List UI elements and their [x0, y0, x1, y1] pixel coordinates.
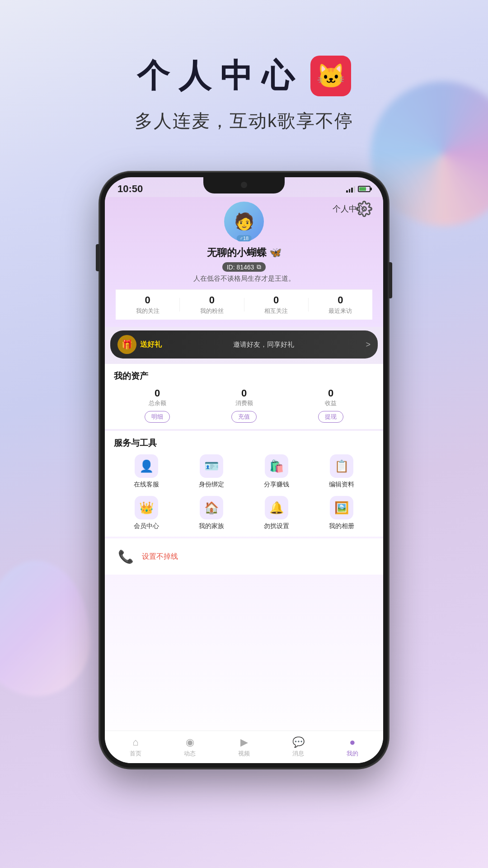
- user-id-badge: ID: 81463 ⧉: [222, 262, 266, 272]
- service-album[interactable]: 🖼️ 我的相册: [309, 496, 374, 530]
- service-identity-icon: 🪪: [200, 454, 223, 478]
- service-edit-profile[interactable]: 📋 编辑资料: [309, 454, 374, 489]
- app-logo: 🐱: [310, 56, 351, 96]
- bg-blob-left: [0, 561, 90, 696]
- service-edit-profile-icon: 📋: [330, 454, 353, 478]
- asset-recharge-btn[interactable]: 充值: [231, 411, 257, 423]
- invite-gift-icon: 🎁: [117, 335, 136, 354]
- assets-title: 我的资产: [114, 370, 374, 382]
- services-section: 服务与工具 👤 在线客服 🪪 身份绑定 🛍️ 分享赚钱: [105, 431, 383, 537]
- copy-icon[interactable]: ⧉: [257, 263, 261, 271]
- status-time: 10:50: [117, 183, 143, 195]
- asset-withdraw-btn[interactable]: 提现: [318, 411, 343, 423]
- service-identity[interactable]: 🪪 身份绑定: [179, 454, 244, 489]
- service-customer[interactable]: 👤 在线客服: [114, 454, 179, 489]
- invite-banner[interactable]: 🎁 送好礼 邀请好友，同享好礼 >: [110, 330, 378, 359]
- nav-dynamic-icon: ◉: [186, 736, 194, 748]
- service-dnd[interactable]: 🔔 勿扰设置: [244, 496, 309, 530]
- nav-mine[interactable]: ● 我的: [325, 736, 380, 758]
- stat-fans[interactable]: 0 我的粉丝: [180, 294, 244, 315]
- asset-total: 0 总余额 明细: [145, 387, 170, 423]
- stat-mutual[interactable]: 0 相互关注: [244, 294, 308, 315]
- service-dnd-icon: 🔔: [265, 496, 288, 519]
- page-subtitle: 多人连麦，互动k歌享不停: [0, 108, 488, 133]
- phone-frame: 10:50: [99, 172, 389, 769]
- asset-detail-btn[interactable]: 明细: [145, 411, 170, 423]
- services-title: 服务与工具: [114, 437, 374, 449]
- svg-point-0: [362, 207, 366, 211]
- battery-icon: [358, 186, 371, 192]
- user-name: 无聊的小蝴蝶 🦋: [116, 246, 372, 259]
- invite-arrow: >: [366, 340, 371, 349]
- profile-section: 个人中心 > 🧑 ♂18 无聊的小蝴蝶 🦋 ID: 81463 ⧉: [105, 197, 383, 327]
- asset-income: 0 收益 提现: [318, 387, 343, 423]
- stats-row: 0 我的关注 0 我的粉丝 0 相互关注: [116, 289, 372, 320]
- offline-label: 设置不掉线: [142, 552, 178, 561]
- asset-consumption: 0 消费额 充值: [231, 387, 257, 423]
- nav-message[interactable]: 💬 消息: [271, 736, 325, 758]
- services-grid: 👤 在线客服 🪪 身份绑定 🛍️ 分享赚钱 📋: [114, 454, 374, 530]
- page-title: 个人中心: [137, 54, 303, 98]
- user-id-row: ID: 81463 ⧉: [116, 262, 372, 272]
- page-title-row: 个人中心 🐱: [0, 54, 488, 98]
- assets-row: 0 总余额 明细 0 消费额 充值 0 收益 提现: [114, 387, 374, 423]
- nav-home-icon: ⌂: [132, 736, 138, 748]
- nav-message-icon: 💬: [292, 736, 305, 748]
- battery-fill: [359, 187, 366, 191]
- service-album-icon: 🖼️: [330, 496, 353, 519]
- avatar-badge: ♂18: [237, 235, 252, 241]
- stat-follow[interactable]: 0 我的关注: [116, 294, 179, 315]
- signal-icon: [346, 185, 355, 193]
- nav-mine-icon: ●: [349, 736, 355, 748]
- page-header: 个人中心 🐱 多人连麦，互动k歌享不停: [0, 0, 488, 133]
- notch: [203, 177, 285, 193]
- service-family-icon: 🏠: [200, 496, 223, 519]
- nav-home[interactable]: ⌂ 首页: [108, 736, 163, 758]
- nav-video[interactable]: ▶ 视频: [217, 736, 271, 758]
- nav-dynamic[interactable]: ◉ 动态: [163, 736, 217, 758]
- nav-video-icon: ▶: [240, 736, 248, 748]
- service-share-earn-icon: 🛍️: [265, 454, 288, 478]
- assets-section: 我的资产 0 总余额 明细 0 消费额 充值 0: [105, 364, 383, 429]
- settings-button[interactable]: [356, 201, 372, 217]
- service-customer-icon: 👤: [135, 454, 158, 478]
- offline-section[interactable]: 📞 设置不掉线: [105, 538, 383, 575]
- service-vip-icon: 👑: [135, 496, 158, 519]
- service-family[interactable]: 🏠 我的家族: [179, 496, 244, 530]
- invite-label: 送好礼: [140, 340, 162, 349]
- invite-text: 邀请好友，同享好礼: [165, 340, 362, 349]
- service-vip[interactable]: 👑 会员中心: [114, 496, 179, 530]
- user-bio: 人在低谷不谈格局生存才是王道。: [116, 274, 372, 283]
- phone-mockup: 10:50: [99, 172, 389, 769]
- status-icons: [346, 185, 371, 193]
- bottom-nav: ⌂ 首页 ◉ 动态 ▶ 视频 💬 消息: [105, 731, 383, 763]
- screen-content: 个人中心 > 🧑 ♂18 无聊的小蝴蝶 🦋 ID: 81463 ⧉: [105, 197, 383, 763]
- camera-dot: [241, 182, 247, 188]
- offline-icon: 📞: [114, 545, 137, 568]
- stat-recent[interactable]: 0 最近来访: [309, 294, 372, 315]
- service-share-earn[interactable]: 🛍️ 分享赚钱: [244, 454, 309, 489]
- avatar-container[interactable]: 🧑 ♂18: [224, 202, 264, 241]
- phone-screen: 10:50: [105, 177, 383, 763]
